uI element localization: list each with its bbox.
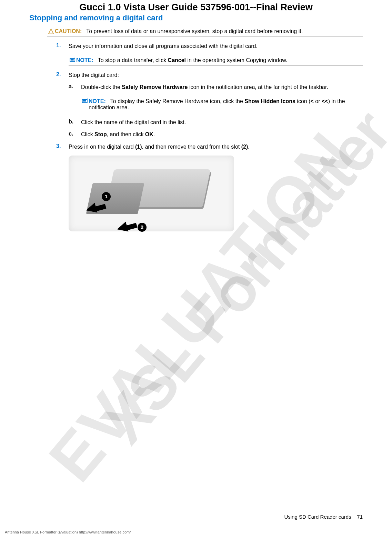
step-text: , and then remove the card from the slot (142, 144, 241, 150)
callout-2: 2 (138, 223, 147, 232)
note-text: To stop a data transfer, click (98, 57, 168, 63)
note-icon (81, 98, 89, 104)
step-text: . (248, 144, 249, 150)
substep-text: icon in the notification area, at the fa… (188, 84, 328, 90)
note-icon (69, 57, 76, 63)
note-box: NOTE: To stop a data transfer, click Can… (69, 55, 363, 66)
substep-text: Click the name of the digital card in th… (81, 119, 363, 126)
note-text: To display the Safely Remove Hardware ic… (110, 98, 245, 104)
substep-a: a. Double-click the Safely Remove Hardwa… (69, 83, 363, 91)
substep-bold: OK (145, 131, 153, 137)
callout-1: 1 (102, 192, 111, 201)
caution-text: To prevent loss of data or an unresponsi… (86, 28, 303, 34)
substep-text: Click (81, 131, 94, 137)
substep-text: Double-click the (81, 84, 122, 90)
substep-text: , and then click (107, 131, 145, 137)
substep-bold: Safely Remove Hardware (122, 84, 188, 90)
step-number: 2. (56, 71, 69, 79)
step-number: 3. (56, 143, 69, 151)
substep-label: a. (69, 83, 81, 91)
footer-eval: Antenna House XSL Formatter (Evaluation)… (5, 530, 131, 534)
step-2: 2. Stop the digital card: (56, 71, 363, 79)
step-text: Stop the digital card: (69, 71, 363, 79)
step-3: 3. Press in on the digital card (1), and… (56, 143, 363, 151)
note-label: NOTE: (89, 98, 106, 104)
step-text: Press in on the digital card (69, 144, 135, 150)
page-content: Gucci 1.0 Vista User Guide 537596-001--F… (0, 2, 392, 231)
page-number: 71 (357, 514, 363, 520)
note-text: in the operating system Copying window. (186, 57, 287, 63)
caution-box: CAUTION: To prevent loss of data or an u… (47, 26, 363, 37)
arrow-icon (116, 221, 129, 234)
substep-text: . (153, 131, 155, 137)
substep-label: b. (69, 119, 81, 126)
step-bold: (1) (135, 144, 142, 150)
illustration-card-slot: 1 2 (69, 156, 234, 231)
note-bold: < (310, 98, 313, 104)
document-title: Gucci 1.0 Vista User Guide 537596-001--F… (29, 2, 363, 13)
substep-bold: Stop (94, 131, 107, 137)
substep-label: c. (69, 131, 81, 138)
step-text: Save your information and close all prog… (69, 42, 363, 50)
note-label: NOTE: (76, 57, 93, 63)
substep-b: b. Click the name of the digital card in… (69, 119, 363, 126)
substep-c: c. Click Stop, and then click OK. (69, 131, 363, 138)
step-number: 1. (56, 42, 69, 50)
note-bold: Cancel (168, 57, 186, 63)
caution-icon (47, 28, 55, 34)
caution-label: CAUTION: (55, 28, 82, 34)
footer-section: Using SD Card Reader cards (284, 514, 351, 520)
step-bold: (2) (241, 144, 248, 150)
note-box: NOTE: To display the Safely Remove Hardw… (81, 96, 363, 113)
footer-right: Using SD Card Reader cards 71 (284, 514, 363, 520)
section-heading: Stopping and removing a digital card (29, 13, 363, 22)
note-text: or (314, 98, 322, 104)
step-1: 1. Save your information and close all p… (56, 42, 363, 50)
note-bold: << (322, 98, 328, 104)
note-bold: Show Hidden Icons (244, 98, 295, 104)
note-text: icon ( (295, 98, 311, 104)
